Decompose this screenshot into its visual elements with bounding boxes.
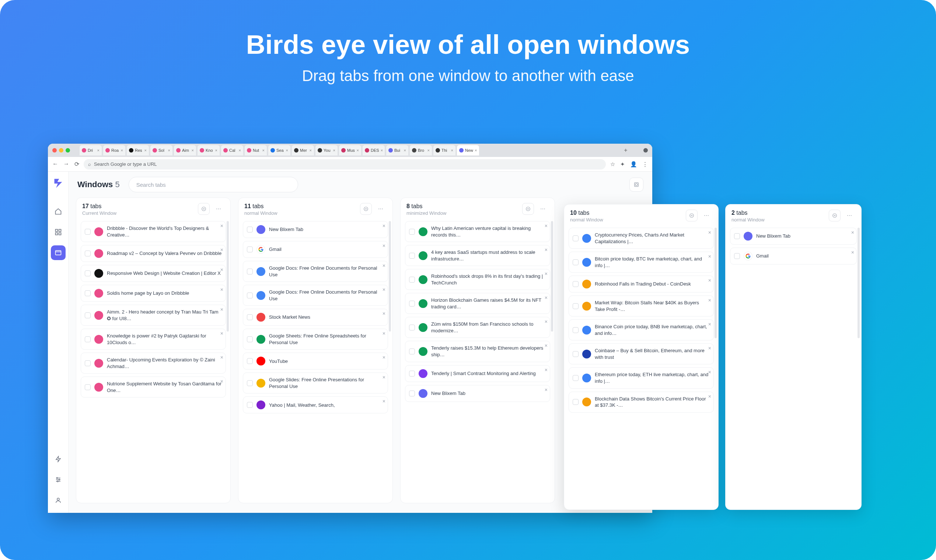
column-menu-button[interactable]: ⋯: [844, 210, 855, 222]
tab-item[interactable]: New Blixem Tab ×: [243, 221, 388, 238]
close-icon[interactable]: ×: [220, 331, 223, 336]
tab-overflow-icon[interactable]: [644, 148, 648, 152]
checkbox[interactable]: [85, 336, 91, 342]
tab-item[interactable]: Gmail ×: [730, 248, 857, 265]
browser-tab[interactable]: You×: [316, 145, 337, 155]
tab-item[interactable]: Responsive Web Design | Website Creation…: [81, 265, 226, 282]
tab-item[interactable]: Cryptocurrency Prices, Charts And Market…: [569, 228, 714, 249]
close-icon[interactable]: ×: [145, 148, 147, 152]
checkbox[interactable]: [85, 312, 91, 318]
checkbox[interactable]: [409, 253, 415, 258]
window-close-icon[interactable]: [52, 148, 57, 152]
column-menu-button[interactable]: ⋯: [375, 203, 386, 215]
checkbox[interactable]: [85, 251, 91, 257]
close-icon[interactable]: ×: [220, 247, 223, 253]
close-icon[interactable]: ×: [708, 321, 711, 327]
close-icon[interactable]: ×: [168, 148, 170, 152]
back-button[interactable]: ←: [52, 161, 58, 168]
scrollbar[interactable]: [714, 228, 717, 338]
sidebar-home-icon[interactable]: [51, 204, 66, 219]
close-icon[interactable]: ×: [475, 148, 477, 152]
checkbox[interactable]: [409, 371, 415, 377]
browser-tab[interactable]: Res×: [127, 145, 149, 155]
app-logo-icon[interactable]: [52, 177, 64, 189]
close-icon[interactable]: ×: [428, 148, 430, 152]
close-icon[interactable]: ×: [404, 148, 406, 152]
browser-tab[interactable]: Bro×: [410, 145, 432, 155]
checkbox[interactable]: [409, 229, 415, 235]
tab-item[interactable]: Nutrione Supplement Website by Tosan Gar…: [81, 377, 226, 397]
tab-item[interactable]: Horizon Blockchain Games raises $4.5M fo…: [405, 293, 550, 314]
checkbox[interactable]: [247, 226, 253, 232]
tab-item[interactable]: Google Docs: Free Online Documents for P…: [243, 261, 388, 282]
checkbox[interactable]: [573, 303, 579, 309]
address-bar[interactable]: ⌕ Search Google or type a URL: [84, 159, 606, 169]
close-icon[interactable]: ×: [357, 148, 359, 152]
checkbox[interactable]: [573, 259, 579, 265]
reload-button[interactable]: ⟳: [74, 161, 79, 168]
window-maximize-icon[interactable]: [66, 148, 70, 152]
close-icon[interactable]: ×: [708, 297, 711, 303]
tab-item[interactable]: Bitcoin price today, BTC live marketcap,…: [569, 252, 714, 272]
tab-item[interactable]: Binance Coin price today, BNB live marke…: [569, 319, 714, 340]
close-icon[interactable]: ×: [192, 148, 194, 152]
checkbox[interactable]: [409, 349, 415, 354]
sidebar-user-icon[interactable]: [51, 493, 66, 508]
checkbox[interactable]: [734, 233, 740, 239]
close-icon[interactable]: ×: [851, 229, 854, 235]
sidebar-settings-icon[interactable]: [51, 472, 66, 487]
checkbox[interactable]: [409, 277, 415, 283]
tab-item[interactable]: Robinhood Falls in Trading Debut - CoinD…: [569, 275, 714, 292]
close-icon[interactable]: ×: [382, 398, 385, 404]
tab-item[interactable]: Tenderly | Smart Contract Monitoring and…: [405, 365, 550, 382]
checkbox[interactable]: [247, 336, 253, 342]
browser-tab[interactable]: Roa×: [103, 145, 125, 155]
close-icon[interactable]: ×: [381, 148, 383, 152]
close-icon[interactable]: ×: [239, 148, 241, 152]
browser-tab[interactable]: Aim×: [174, 145, 196, 155]
close-icon[interactable]: ×: [545, 271, 548, 277]
tab-item[interactable]: Google Docs: Free Online Documents for P…: [243, 285, 388, 306]
checkbox[interactable]: [85, 360, 91, 366]
tab-item[interactable]: Google Slides: Free Online Presentations…: [243, 372, 388, 394]
close-icon[interactable]: ×: [382, 354, 385, 360]
checkbox[interactable]: [573, 375, 579, 381]
header-action-button[interactable]: [630, 178, 644, 192]
tab-item[interactable]: Ethereum price today, ETH live marketcap…: [569, 367, 714, 388]
close-icon[interactable]: ×: [382, 311, 385, 317]
tab-item[interactable]: YouTube ×: [243, 352, 388, 369]
column-menu-button[interactable]: ⋯: [212, 203, 225, 215]
close-icon[interactable]: ×: [333, 148, 336, 152]
window-minimize-icon[interactable]: [59, 148, 63, 152]
tab-item[interactable]: Gmail ×: [243, 241, 388, 258]
tab-item[interactable]: New Blixem Tab ×: [405, 385, 550, 402]
tab-item[interactable]: Calendar- Upcoming Events Exploration by…: [81, 352, 226, 374]
tab-item[interactable]: Coinbase – Buy & Sell Bitcoin, Ethereum,…: [569, 343, 714, 365]
scrollbar[interactable]: [226, 221, 229, 332]
tab-item[interactable]: Knowledge is power #2 by Patryk Gajdarsk…: [81, 329, 226, 350]
checkbox[interactable]: [247, 292, 253, 298]
tab-item[interactable]: Market Wrap: Bitcoin Stalls Near $40K as…: [569, 295, 714, 317]
checkbox[interactable]: [85, 384, 91, 390]
sidebar-bolt-icon[interactable]: [51, 452, 66, 466]
checkbox[interactable]: [409, 325, 415, 331]
checkbox[interactable]: [247, 380, 253, 386]
close-icon[interactable]: ×: [708, 345, 711, 351]
checkbox[interactable]: [247, 269, 253, 274]
tab-item[interactable]: Robinhood's stock drops 8% in its first …: [405, 269, 550, 290]
close-icon[interactable]: ×: [220, 354, 223, 360]
tab-item[interactable]: Züm wins $150M from San Francisco school…: [405, 317, 550, 338]
close-icon[interactable]: ×: [545, 247, 548, 253]
close-icon[interactable]: ×: [545, 387, 548, 393]
tab-item[interactable]: Dribbble - Discover the World's Top Desi…: [81, 221, 226, 242]
tab-item[interactable]: New Blixem Tab ×: [730, 228, 857, 245]
browser-tab[interactable]: Nut×: [245, 145, 267, 155]
close-icon[interactable]: ×: [708, 254, 711, 259]
checkbox[interactable]: [247, 314, 253, 320]
close-icon[interactable]: ×: [382, 243, 385, 249]
close-icon[interactable]: ×: [220, 267, 223, 272]
sidebar-windows-icon[interactable]: [51, 245, 66, 260]
close-icon[interactable]: ×: [286, 148, 288, 152]
close-icon[interactable]: ×: [220, 378, 223, 384]
browser-tab[interactable]: Bui×: [386, 145, 408, 155]
